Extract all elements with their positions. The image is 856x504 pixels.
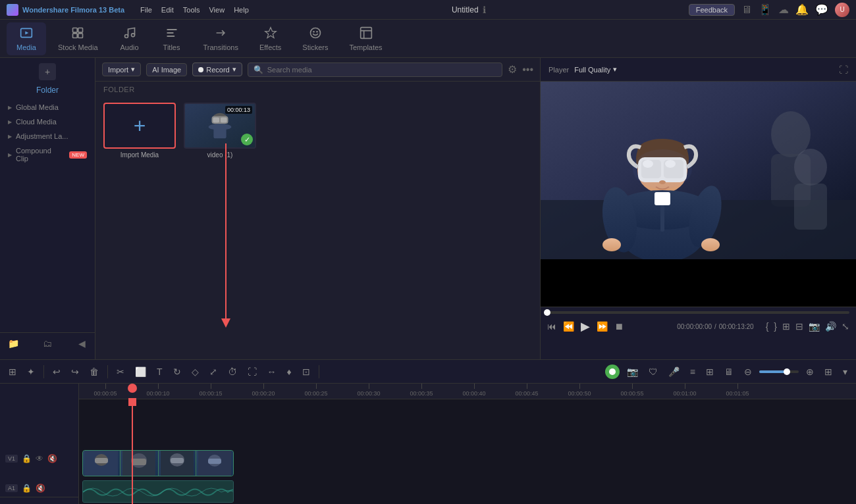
split-btn[interactable]: ✂ (113, 365, 128, 379)
skip-back-btn[interactable]: ⏮ (547, 321, 556, 332)
total-time: 00:00:13:20 (719, 323, 754, 330)
solo-track-btn[interactable]: 🔇 (47, 454, 57, 463)
volume-btn[interactable]: 🔊 (825, 321, 836, 332)
record-button[interactable]: Record ▾ (192, 63, 242, 76)
record-label: Record (206, 66, 229, 74)
cam-btn[interactable]: 📷 (624, 365, 641, 379)
overwrite-btn[interactable]: ⊟ (795, 321, 803, 332)
import-label: Import (108, 66, 128, 74)
effects-icon (264, 26, 277, 41)
compound-btn[interactable]: ⊡ (299, 365, 313, 379)
sidebar-item-adjustment[interactable]: ▶ Adjustment La... (0, 129, 95, 143)
sidebar-item-cloud-media[interactable]: ▶ Cloud Media (0, 114, 95, 129)
sidebar-item-compound-clip[interactable]: ▶ Compound Clip NEW (0, 143, 95, 166)
out-point-btn[interactable]: } (774, 321, 777, 332)
tab-stickers[interactable]: Stickers (293, 22, 337, 55)
timeline-grid-btn[interactable]: ⊞ (5, 365, 20, 379)
redo-btn[interactable]: ↪ (68, 365, 82, 379)
progress-handle[interactable] (544, 309, 550, 316)
rotate-btn[interactable]: ↻ (170, 365, 184, 379)
feedback-button[interactable]: Feedback (689, 4, 735, 16)
tab-stock-media[interactable]: Stock Media (49, 22, 107, 55)
in-point-btn[interactable]: { (766, 321, 769, 332)
mic-btn[interactable]: 🎤 (665, 365, 683, 379)
audio-clip[interactable] (82, 480, 234, 503)
crop-btn[interactable]: ⬜ (132, 365, 149, 379)
tl-more-btn[interactable]: ▾ (840, 365, 851, 379)
transform-btn[interactable]: ⤢ (206, 365, 221, 379)
video-clip[interactable] (82, 450, 234, 476)
mask-btn[interactable]: ◇ (188, 365, 202, 379)
mute-track-btn[interactable]: 👁 (36, 454, 43, 463)
menu-edit[interactable]: Edit (161, 6, 174, 14)
flip-btn[interactable]: ↔ (264, 365, 280, 379)
search-input[interactable] (267, 66, 497, 74)
grid-view-btn[interactable]: ⊞ (821, 365, 836, 379)
zoom-slider[interactable] (759, 370, 799, 373)
frame-back-btn[interactable]: ⏪ (563, 321, 574, 332)
tab-titles[interactable]: Titles (152, 22, 192, 55)
quality-selector[interactable]: Full Quality ▾ (574, 65, 617, 74)
tab-audio[interactable]: Audio (110, 22, 149, 55)
audio-btn[interactable]: ♦ (284, 365, 295, 379)
minus-circle-btn[interactable]: ⊖ (741, 365, 755, 379)
compound-clip-label: Compound Clip (16, 147, 64, 163)
menu-help[interactable]: Help (234, 6, 249, 14)
caption-btn[interactable]: ≡ (687, 365, 699, 379)
ruler-mark: 00:00:45 (500, 384, 553, 399)
fullscreen-icon[interactable]: ⛶ (839, 64, 848, 75)
filter-icon[interactable]: ⚙ (508, 63, 517, 76)
more-icon[interactable]: ••• (522, 64, 533, 76)
snapshot-btn[interactable]: 📷 (809, 321, 820, 332)
timeline-magnet-btn[interactable]: ✦ (24, 365, 38, 379)
tab-transitions-label: Transitions (203, 43, 238, 51)
plus-circle-btn[interactable]: ⊕ (803, 365, 817, 379)
ai-image-button[interactable]: AI Image (146, 63, 187, 76)
monitor2-btn[interactable]: 🖥 (721, 365, 737, 379)
list-item: 00:00:13 ✓ video (1) (184, 103, 256, 159)
settings-btn[interactable]: ⤡ (842, 321, 849, 332)
stop-btn[interactable]: ⏹ (614, 321, 624, 332)
menu-file[interactable]: File (140, 6, 152, 14)
tab-templates[interactable]: Templates (340, 22, 391, 55)
audio-lock-btn[interactable]: 🔒 (22, 484, 32, 493)
playhead[interactable] (132, 399, 133, 504)
ruler-time: 00:00:30 (357, 390, 380, 397)
frame-forward-btn[interactable]: ⏩ (597, 321, 608, 332)
tab-media[interactable]: Media (7, 22, 46, 55)
insert-btn[interactable]: ⊞ (782, 321, 790, 332)
undo-btn[interactable]: ↩ (49, 365, 64, 379)
audio-mute-btn[interactable]: 🔇 (36, 484, 45, 493)
tab-effects[interactable]: Effects (250, 22, 290, 55)
speed-btn[interactable]: ⏱ (225, 365, 240, 379)
progress-bar[interactable] (547, 311, 849, 314)
timeline-area: ⊞ ✦ ↩ ↪ 🗑 ✂ ⬜ T ↻ ◇ ⤢ ⏱ ⛶ ↔ ♦ ⊡ 📷 🛡 🎤 ≡ … (0, 359, 856, 504)
collapse-icon[interactable]: ◀ (75, 337, 88, 350)
shield-btn[interactable]: 🛡 (645, 365, 661, 379)
tl-record-btn[interactable] (605, 365, 620, 379)
tab-transitions[interactable]: Transitions (194, 22, 248, 55)
timeline-content (79, 399, 856, 504)
ruler-time: 00:00:10 (146, 390, 169, 397)
play-btn[interactable]: ▶ (581, 319, 590, 334)
svg-rect-4 (73, 33, 78, 38)
lock-track-btn[interactable]: 🔒 (22, 454, 32, 463)
text-btn[interactable]: T (153, 365, 166, 379)
svg-marker-8 (265, 27, 276, 38)
video-thumb[interactable]: 00:00:13 ✓ (184, 103, 256, 149)
ruler-tick (685, 384, 685, 389)
menu-tools[interactable]: Tools (183, 6, 200, 14)
ruler-tick (474, 384, 475, 389)
menu-view[interactable]: View (209, 6, 225, 14)
puzzle-btn[interactable]: ⊞ (703, 365, 717, 379)
import-media-thumb[interactable]: + (103, 103, 176, 149)
sidebar-item-global-media[interactable]: ▶ Global Media (0, 100, 95, 114)
delete-btn[interactable]: 🗑 (86, 365, 102, 379)
folder-open-icon[interactable]: 🗂 (41, 337, 54, 350)
svg-point-7 (131, 33, 134, 36)
import-button[interactable]: Import ▾ (102, 63, 141, 76)
scale-btn[interactable]: ⛶ (244, 365, 260, 379)
zoom-handle[interactable] (784, 368, 790, 375)
sidebar-add-btn[interactable]: + (39, 63, 56, 80)
folder-add-icon[interactable]: 📁 (7, 337, 20, 350)
